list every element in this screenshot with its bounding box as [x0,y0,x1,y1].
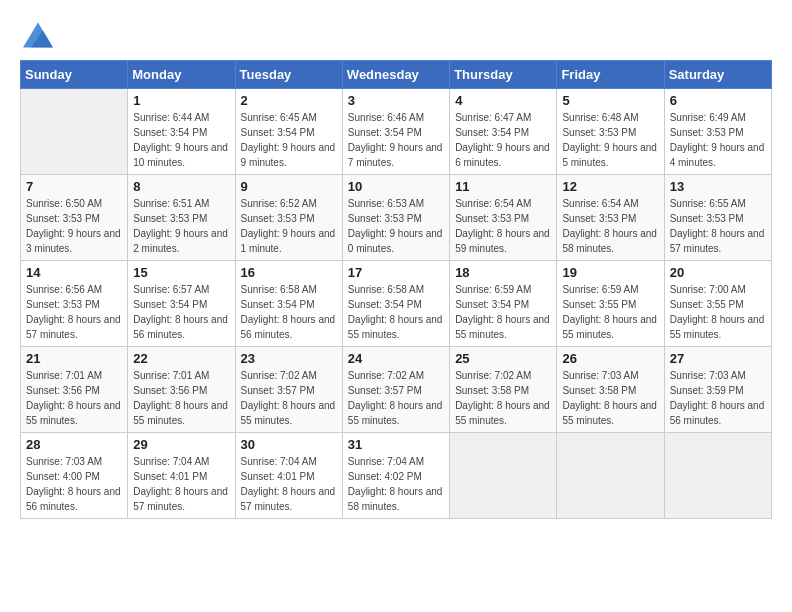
day-info: Sunrise: 6:54 AMSunset: 3:53 PMDaylight:… [562,196,658,256]
header-day-tuesday: Tuesday [235,61,342,89]
day-number: 28 [26,437,122,452]
calendar-cell: 9Sunrise: 6:52 AMSunset: 3:53 PMDaylight… [235,175,342,261]
day-number: 5 [562,93,658,108]
header-day-saturday: Saturday [664,61,771,89]
day-info: Sunrise: 6:45 AMSunset: 3:54 PMDaylight:… [241,110,337,170]
header-day-sunday: Sunday [21,61,128,89]
calendar-cell: 14Sunrise: 6:56 AMSunset: 3:53 PMDayligh… [21,261,128,347]
calendar-cell: 4Sunrise: 6:47 AMSunset: 3:54 PMDaylight… [450,89,557,175]
calendar-cell: 12Sunrise: 6:54 AMSunset: 3:53 PMDayligh… [557,175,664,261]
calendar-cell: 24Sunrise: 7:02 AMSunset: 3:57 PMDayligh… [342,347,449,433]
day-info: Sunrise: 6:48 AMSunset: 3:53 PMDaylight:… [562,110,658,170]
day-info: Sunrise: 7:01 AMSunset: 3:56 PMDaylight:… [133,368,229,428]
header-day-wednesday: Wednesday [342,61,449,89]
calendar-cell: 8Sunrise: 6:51 AMSunset: 3:53 PMDaylight… [128,175,235,261]
day-number: 9 [241,179,337,194]
day-info: Sunrise: 6:57 AMSunset: 3:54 PMDaylight:… [133,282,229,342]
day-number: 3 [348,93,444,108]
calendar-cell: 10Sunrise: 6:53 AMSunset: 3:53 PMDayligh… [342,175,449,261]
day-number: 27 [670,351,766,366]
calendar-cell: 1Sunrise: 6:44 AMSunset: 3:54 PMDaylight… [128,89,235,175]
day-number: 24 [348,351,444,366]
week-row-1: 1Sunrise: 6:44 AMSunset: 3:54 PMDaylight… [21,89,772,175]
calendar-cell: 18Sunrise: 6:59 AMSunset: 3:54 PMDayligh… [450,261,557,347]
calendar-cell: 3Sunrise: 6:46 AMSunset: 3:54 PMDaylight… [342,89,449,175]
calendar-cell: 30Sunrise: 7:04 AMSunset: 4:01 PMDayligh… [235,433,342,519]
day-number: 19 [562,265,658,280]
day-number: 6 [670,93,766,108]
calendar-cell [664,433,771,519]
calendar-cell [557,433,664,519]
day-info: Sunrise: 6:47 AMSunset: 3:54 PMDaylight:… [455,110,551,170]
week-row-3: 14Sunrise: 6:56 AMSunset: 3:53 PMDayligh… [21,261,772,347]
day-info: Sunrise: 7:00 AMSunset: 3:55 PMDaylight:… [670,282,766,342]
day-number: 13 [670,179,766,194]
day-info: Sunrise: 7:02 AMSunset: 3:57 PMDaylight:… [348,368,444,428]
day-info: Sunrise: 7:04 AMSunset: 4:01 PMDaylight:… [133,454,229,514]
page-header [20,20,772,50]
day-info: Sunrise: 7:01 AMSunset: 3:56 PMDaylight:… [26,368,122,428]
day-info: Sunrise: 6:51 AMSunset: 3:53 PMDaylight:… [133,196,229,256]
header-day-monday: Monday [128,61,235,89]
day-info: Sunrise: 6:54 AMSunset: 3:53 PMDaylight:… [455,196,551,256]
day-info: Sunrise: 6:49 AMSunset: 3:53 PMDaylight:… [670,110,766,170]
day-info: Sunrise: 7:03 AMSunset: 3:59 PMDaylight:… [670,368,766,428]
day-number: 17 [348,265,444,280]
day-info: Sunrise: 7:02 AMSunset: 3:57 PMDaylight:… [241,368,337,428]
calendar-cell: 23Sunrise: 7:02 AMSunset: 3:57 PMDayligh… [235,347,342,433]
calendar-cell: 2Sunrise: 6:45 AMSunset: 3:54 PMDaylight… [235,89,342,175]
day-number: 8 [133,179,229,194]
calendar-cell: 21Sunrise: 7:01 AMSunset: 3:56 PMDayligh… [21,347,128,433]
day-number: 14 [26,265,122,280]
day-info: Sunrise: 7:03 AMSunset: 4:00 PMDaylight:… [26,454,122,514]
calendar-cell: 31Sunrise: 7:04 AMSunset: 4:02 PMDayligh… [342,433,449,519]
day-info: Sunrise: 6:58 AMSunset: 3:54 PMDaylight:… [348,282,444,342]
calendar-cell: 7Sunrise: 6:50 AMSunset: 3:53 PMDaylight… [21,175,128,261]
day-number: 16 [241,265,337,280]
day-info: Sunrise: 7:04 AMSunset: 4:01 PMDaylight:… [241,454,337,514]
day-info: Sunrise: 7:04 AMSunset: 4:02 PMDaylight:… [348,454,444,514]
header-row: SundayMondayTuesdayWednesdayThursdayFrid… [21,61,772,89]
day-number: 23 [241,351,337,366]
header-day-thursday: Thursday [450,61,557,89]
calendar-cell: 19Sunrise: 6:59 AMSunset: 3:55 PMDayligh… [557,261,664,347]
calendar-cell: 26Sunrise: 7:03 AMSunset: 3:58 PMDayligh… [557,347,664,433]
day-info: Sunrise: 6:59 AMSunset: 3:54 PMDaylight:… [455,282,551,342]
week-row-4: 21Sunrise: 7:01 AMSunset: 3:56 PMDayligh… [21,347,772,433]
day-number: 22 [133,351,229,366]
week-row-5: 28Sunrise: 7:03 AMSunset: 4:00 PMDayligh… [21,433,772,519]
calendar-cell: 17Sunrise: 6:58 AMSunset: 3:54 PMDayligh… [342,261,449,347]
calendar-cell: 6Sunrise: 6:49 AMSunset: 3:53 PMDaylight… [664,89,771,175]
day-number: 7 [26,179,122,194]
day-info: Sunrise: 6:52 AMSunset: 3:53 PMDaylight:… [241,196,337,256]
calendar-cell: 27Sunrise: 7:03 AMSunset: 3:59 PMDayligh… [664,347,771,433]
day-info: Sunrise: 6:53 AMSunset: 3:53 PMDaylight:… [348,196,444,256]
day-info: Sunrise: 6:55 AMSunset: 3:53 PMDaylight:… [670,196,766,256]
day-info: Sunrise: 6:44 AMSunset: 3:54 PMDaylight:… [133,110,229,170]
calendar-cell: 29Sunrise: 7:04 AMSunset: 4:01 PMDayligh… [128,433,235,519]
calendar-cell: 25Sunrise: 7:02 AMSunset: 3:58 PMDayligh… [450,347,557,433]
day-number: 4 [455,93,551,108]
calendar-cell: 16Sunrise: 6:58 AMSunset: 3:54 PMDayligh… [235,261,342,347]
calendar-cell: 28Sunrise: 7:03 AMSunset: 4:00 PMDayligh… [21,433,128,519]
day-info: Sunrise: 7:02 AMSunset: 3:58 PMDaylight:… [455,368,551,428]
calendar-cell: 20Sunrise: 7:00 AMSunset: 3:55 PMDayligh… [664,261,771,347]
day-info: Sunrise: 6:59 AMSunset: 3:55 PMDaylight:… [562,282,658,342]
day-number: 21 [26,351,122,366]
calendar-body: 1Sunrise: 6:44 AMSunset: 3:54 PMDaylight… [21,89,772,519]
calendar-cell: 13Sunrise: 6:55 AMSunset: 3:53 PMDayligh… [664,175,771,261]
day-number: 11 [455,179,551,194]
calendar-cell [450,433,557,519]
day-number: 30 [241,437,337,452]
header-day-friday: Friday [557,61,664,89]
day-number: 18 [455,265,551,280]
day-number: 10 [348,179,444,194]
calendar-cell [21,89,128,175]
day-number: 1 [133,93,229,108]
calendar-table: SundayMondayTuesdayWednesdayThursdayFrid… [20,60,772,519]
calendar-cell: 5Sunrise: 6:48 AMSunset: 3:53 PMDaylight… [557,89,664,175]
day-number: 26 [562,351,658,366]
day-number: 12 [562,179,658,194]
calendar-cell: 22Sunrise: 7:01 AMSunset: 3:56 PMDayligh… [128,347,235,433]
calendar-header: SundayMondayTuesdayWednesdayThursdayFrid… [21,61,772,89]
